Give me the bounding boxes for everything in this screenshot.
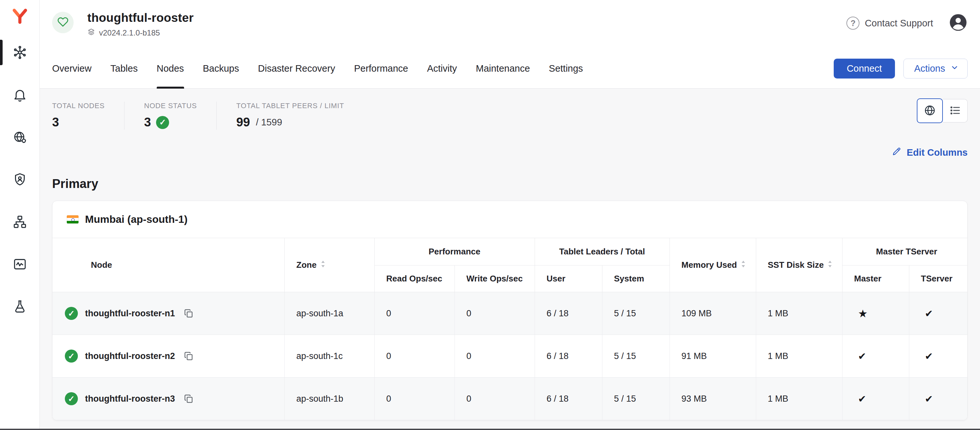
edit-columns-row: Edit Columns: [52, 147, 967, 159]
view-toggle-group: [917, 99, 967, 123]
chevron-down-icon: [950, 63, 959, 74]
stat-label: TOTAL NODES: [52, 102, 105, 110]
column-header-system: System: [602, 266, 670, 292]
master-cell: ★: [842, 292, 909, 335]
sidebar-item-labs[interactable]: [0, 296, 40, 319]
tserver-cell: ✔: [909, 335, 967, 377]
column-header-master: Master: [842, 266, 909, 292]
copy-node-name-button[interactable]: [182, 350, 195, 363]
healthy-status-icon: [156, 116, 169, 129]
column-header-sst-disk-size[interactable]: SST Disk Size: [756, 238, 842, 292]
tserver-cell: ✔: [909, 377, 967, 420]
cluster-section-title: Primary: [52, 177, 967, 191]
shield-user-icon: [13, 172, 27, 188]
column-header-tserver: TServer: [909, 266, 967, 292]
stat-value: 3: [52, 115, 105, 129]
actions-label: Actions: [914, 63, 945, 74]
tab-settings[interactable]: Settings: [549, 49, 583, 88]
edit-columns-link[interactable]: Edit Columns: [892, 147, 967, 159]
universe-health-badge: [52, 12, 74, 33]
sidebar-item-alerts[interactable]: [0, 84, 40, 107]
zone-cell: ap-south-1c: [285, 335, 374, 377]
stat-value: 99: [236, 115, 250, 129]
flow-tree-icon: [13, 214, 27, 231]
user-tablets-cell: 6 / 18: [535, 292, 602, 335]
column-group-master-tserver: Master TServer: [842, 238, 967, 266]
india-flag-icon: [67, 215, 78, 223]
column-header-zone[interactable]: Zone: [285, 238, 374, 292]
sort-icon: [321, 260, 326, 271]
column-header-label: Zone: [296, 260, 317, 270]
sidebar-item-security[interactable]: [0, 169, 40, 191]
region-title: Mumbai (ap-south-1): [85, 213, 188, 225]
table-row: thoughtful-rooster-n3 ap-south-1b: [52, 377, 967, 420]
tab-nodes[interactable]: Nodes: [157, 49, 184, 88]
user-avatar[interactable]: [949, 13, 967, 33]
column-header-user: User: [535, 266, 602, 292]
actions-dropdown-button[interactable]: Actions: [904, 59, 967, 78]
node-healthy-icon: [65, 307, 78, 320]
table-row: thoughtful-rooster-n1 ap-south-1a: [52, 292, 967, 335]
stat-label: TOTAL TABLET PEERS / LIMIT: [236, 102, 344, 110]
list-icon: [949, 104, 961, 118]
sidebar-nav: [0, 42, 40, 319]
window-bottom-edge: [0, 429, 980, 430]
tab-tables[interactable]: Tables: [110, 49, 138, 88]
contact-support-link[interactable]: Contact Support: [846, 17, 933, 30]
column-header-read-ops: Read Ops/sec: [374, 266, 455, 292]
region-card-header: Mumbai (ap-south-1): [52, 201, 967, 238]
write-ops-cell: 0: [455, 292, 535, 335]
copy-node-name-button[interactable]: [182, 307, 195, 320]
column-group-tablet-leaders: Tablet Leaders / Total: [535, 238, 670, 266]
metrics-pulse-icon: [13, 257, 27, 273]
user-tablets-cell: 6 / 18: [535, 377, 602, 420]
contact-support-label: Contact Support: [865, 18, 933, 29]
connect-button[interactable]: Connect: [834, 59, 895, 78]
yugabyte-logo[interactable]: [11, 8, 29, 26]
memory-used-cell: 109 MB: [670, 292, 756, 335]
stat-total-nodes: TOTAL NODES 3: [52, 102, 124, 129]
node-healthy-icon: [65, 350, 78, 363]
tab-activity[interactable]: Activity: [427, 49, 457, 88]
zone-cell: ap-south-1a: [285, 292, 374, 335]
column-header-label: SST Disk Size: [768, 260, 824, 270]
sidebar-item-universes[interactable]: [0, 42, 40, 65]
node-name: thoughtful-rooster-n1: [85, 309, 175, 319]
table-row: thoughtful-rooster-n2 ap-south-1c: [52, 335, 967, 377]
sidebar-item-integrations[interactable]: [0, 211, 40, 234]
list-view-toggle-button[interactable]: [943, 99, 967, 123]
sidebar-item-metrics[interactable]: [0, 253, 40, 276]
header-right: Contact Support: [846, 8, 967, 33]
tab-actions: Connect Actions: [834, 59, 967, 78]
question-circle-icon: [846, 17, 859, 30]
master-leader-star-icon: ★: [854, 307, 868, 320]
stats-row: TOTAL NODES 3 NODE STATUS 3 TOTAL TABLET…: [52, 89, 967, 130]
layers-icon: [88, 28, 95, 38]
system-tablets-cell: 5 / 15: [602, 377, 670, 420]
column-header-memory-used[interactable]: Memory Used: [670, 238, 756, 292]
column-group-performance: Performance: [374, 238, 535, 266]
master-cell: ✔: [842, 335, 909, 377]
tab-backups[interactable]: Backups: [203, 49, 239, 88]
read-ops-cell: 0: [374, 292, 455, 335]
read-ops-cell: 0: [374, 335, 455, 377]
bell-icon: [13, 87, 27, 104]
nodes-table: Node Zone Performance Tablet Leaders / T…: [52, 238, 967, 420]
sidebar-item-regions[interactable]: [0, 126, 40, 149]
geo-view-toggle-button[interactable]: [917, 99, 943, 123]
tab-overview[interactable]: Overview: [52, 49, 92, 88]
copy-node-name-button[interactable]: [182, 392, 195, 405]
tab-disaster-recovery[interactable]: Disaster Recovery: [258, 49, 335, 88]
sidebar: [0, 0, 40, 430]
memory-used-cell: 91 MB: [670, 335, 756, 377]
tab-performance[interactable]: Performance: [354, 49, 408, 88]
stat-limit: / 1599: [256, 117, 282, 128]
node-name: thoughtful-rooster-n3: [85, 394, 175, 404]
stat-node-status: NODE STATUS 3: [144, 102, 216, 129]
write-ops-cell: 0: [455, 377, 535, 420]
tserver-check-icon: ✔: [921, 308, 933, 319]
page-title: thoughtful-rooster: [88, 11, 194, 25]
sst-disk-size-cell: 1 MB: [756, 292, 842, 335]
edit-columns-label: Edit Columns: [907, 147, 967, 158]
tab-maintenance[interactable]: Maintenance: [476, 49, 530, 88]
